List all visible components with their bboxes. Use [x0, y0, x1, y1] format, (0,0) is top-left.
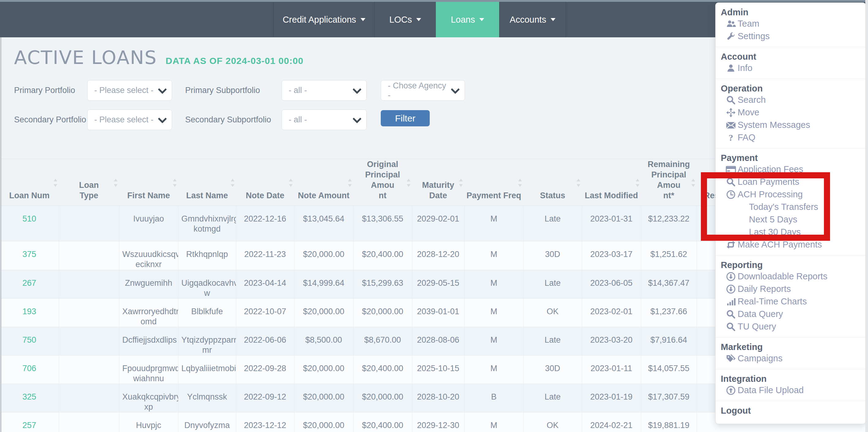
sidebar-item-downloadable-reports[interactable]: Downloadable Reports	[716, 270, 863, 283]
table-cell: 2022-10-07	[236, 299, 294, 327]
loan-num-link[interactable]: 375	[22, 250, 36, 259]
search-icon	[725, 322, 736, 332]
search-icon	[725, 309, 736, 320]
secondary-portfolio-value: - Please select -	[94, 115, 154, 125]
sidebar-item-campaigns[interactable]: Campaigns	[716, 352, 863, 365]
sidebar-item-label: FAQ	[738, 132, 755, 142]
secondary-subportfolio-select[interactable]: - all -	[282, 109, 367, 130]
filter-button[interactable]: Filter	[381, 110, 430, 126]
table-cell: 2022-12-16	[236, 206, 294, 241]
sort-icon	[636, 179, 640, 189]
sidebar-item-move[interactable]: Move	[716, 106, 863, 119]
table-cell	[59, 412, 119, 432]
table-cell: OK	[523, 412, 582, 432]
primary-subportfolio-select[interactable]: - all -	[282, 80, 367, 101]
loan-num-cell: 510	[0, 206, 59, 241]
table-cell: Rtkhqpnlqp	[178, 241, 236, 270]
loan-num-link[interactable]: 193	[22, 307, 36, 316]
column-header-maturity-date[interactable]: Maturity Date	[412, 159, 464, 206]
nav-item-loans[interactable]: Loans	[436, 2, 499, 37]
column-header-first-name[interactable]: First Name	[119, 159, 178, 206]
table-cell: 2022-06-06	[236, 327, 294, 356]
column-header-last-name[interactable]: Last Name	[178, 159, 236, 206]
loan-num-link[interactable]: 325	[22, 392, 36, 401]
loan-num-cell: 375	[0, 241, 59, 270]
table-cell: $17,307.59	[641, 384, 696, 412]
chart-icon	[725, 296, 736, 307]
sidebar-item-real-time-charts[interactable]: Real-Time Charts	[716, 295, 863, 308]
sort-icon	[459, 179, 463, 189]
table-cell: Late	[523, 206, 582, 241]
loan-num-link[interactable]: 257	[22, 421, 36, 430]
sidebar-section-title-operation: Operation	[716, 83, 863, 94]
sidebar-item-label: Team	[738, 19, 760, 29]
chevron-down-icon	[361, 18, 366, 21]
column-header-original-principal-amou-nt[interactable]: Original Principal Amou nt	[353, 159, 412, 206]
secondary-portfolio-select[interactable]: - Please select -	[87, 109, 172, 130]
sidebar-section-account: AccountInfo	[716, 47, 866, 79]
loan-num-link[interactable]: 706	[22, 364, 36, 373]
nav-item-label: Credit Applications	[282, 15, 356, 25]
column-header-loan-type[interactable]: Loan Type	[59, 159, 119, 206]
table-cell: 2022-09-28	[236, 356, 294, 384]
table-cell: M	[464, 412, 523, 432]
table-cell: 2039-01-01	[412, 299, 464, 327]
nav-item-accounts[interactable]: Accounts	[499, 2, 566, 37]
column-header-note-amount[interactable]: Note Amount	[294, 159, 353, 206]
column-header-loan-num[interactable]: Loan Num	[0, 159, 59, 206]
main-nav-menu: Credit ApplicationsLOCsLoansAccounts	[273, 2, 566, 37]
sidebar-item-faq[interactable]: ?FAQ	[716, 131, 863, 144]
agency-select[interactable]: - Chose Agency -	[381, 80, 465, 101]
primary-portfolio-value: - Please select -	[94, 86, 154, 95]
sidebar-item-team[interactable]: Team	[716, 18, 863, 30]
table-cell: $20,000.00	[294, 299, 353, 327]
chevron-down-icon	[451, 85, 460, 94]
chevron-down-icon	[479, 18, 484, 21]
table-cell: 2023-01-11	[582, 356, 641, 384]
sidebar-item-tu-query[interactable]: TU Query	[716, 320, 863, 333]
column-header-remaining-principal-amou-nt-[interactable]: Remaining Principal Amou nt*	[641, 159, 696, 206]
sidebar-section-title-admin: Admin	[716, 7, 863, 18]
sidebar-item-search[interactable]: Search	[716, 94, 863, 106]
table-cell: 2028-12-20	[412, 241, 464, 270]
sidebar-item-info[interactable]: Info	[716, 62, 863, 74]
sidebar-section-title-logout[interactable]: Logout	[716, 405, 863, 416]
loan-num-link[interactable]: 267	[22, 278, 36, 288]
sidebar-item-data-file-upload[interactable]: Data File Upload	[716, 384, 863, 397]
sidebar-item-label: Campaigns	[738, 353, 783, 363]
table-cell: Blblkfufe	[178, 299, 236, 327]
sidebar-section-title-reporting: Reporting	[716, 260, 863, 270]
table-cell: $20,000.00	[294, 412, 353, 432]
table-cell: 2023-03-17	[582, 241, 641, 270]
sidebar-item-label: Data Query	[738, 309, 783, 319]
repeat-icon	[725, 239, 736, 250]
primary-subportfolio-value: - all -	[289, 86, 307, 95]
table-cell: 2025-10-15	[412, 356, 464, 384]
sidebar-item-data-query[interactable]: Data Query	[716, 308, 863, 320]
sidebar-item-label: Search	[738, 95, 766, 105]
column-header-status[interactable]: Status	[523, 159, 582, 206]
table-cell: 2023-04-14	[236, 270, 294, 299]
table-cell: $20,000.00	[294, 241, 353, 270]
sidebar-item-label: Move	[738, 107, 760, 118]
page-heading: ACTIVE LOANS DATA AS OF 2024-03-01 00:00	[14, 46, 304, 68]
nav-item-locs[interactable]: LOCs	[374, 2, 436, 37]
sort-icon	[406, 179, 411, 189]
loan-num-link[interactable]: 510	[22, 214, 36, 223]
table-cell: $20,000.00	[353, 299, 412, 327]
primary-portfolio-select[interactable]: - Please select -	[87, 80, 172, 101]
column-header-note-date[interactable]: Note Date	[236, 159, 294, 206]
loan-num-link[interactable]: 750	[22, 335, 36, 344]
sidebar-item-label: Downloadable Reports	[738, 271, 827, 281]
sidebar-item-daily-reports[interactable]: Daily Reports	[716, 283, 863, 295]
table-cell: $13,306.55	[353, 206, 412, 241]
sidebar-item-system-messages[interactable]: System Messages	[716, 119, 863, 131]
column-header-last-modified[interactable]: Last Modified	[582, 159, 641, 206]
column-header-payment-freq[interactable]: Payment Freq	[464, 159, 523, 206]
table-cell: Late	[523, 327, 582, 356]
sort-icon	[230, 179, 235, 189]
table-cell: $13,045.64	[294, 206, 353, 241]
sidebar-item-settings[interactable]: Settings	[716, 30, 863, 42]
vertical-scrollbar[interactable]	[865, 0, 868, 432]
nav-item-credit-applications[interactable]: Credit Applications	[273, 2, 374, 37]
